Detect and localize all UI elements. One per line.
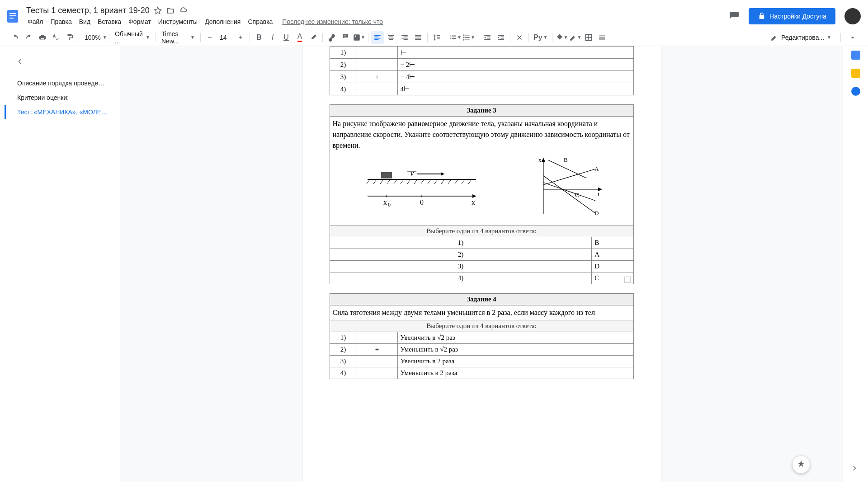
font-size-decrease[interactable]: − [203,31,216,44]
svg-line-18 [380,179,383,184]
move-icon[interactable] [166,6,175,15]
editing-mode-button[interactable]: Редактирова... ▼ [767,32,835,43]
table-prev-answers[interactable]: 1)⊢ 2)− 2⊢ 3)+− 4⊢ 4)4⊢ [330,46,634,95]
svg-text:0: 0 [388,202,391,208]
svg-rect-10 [381,172,392,178]
bold-button[interactable]: B [253,31,265,44]
svg-line-21 [401,179,404,184]
svg-marker-41 [542,158,545,162]
border-color-button[interactable]: ▼ [569,31,581,44]
svg-line-50 [543,183,595,201]
svg-marker-33 [472,194,476,198]
menu-addons[interactable]: Дополнения [202,16,244,27]
svg-line-27 [441,179,444,184]
align-justify-button[interactable] [412,31,425,44]
font-size-input[interactable]: 14 [217,31,233,44]
image-button[interactable]: ▼ [353,31,365,44]
font-select[interactable]: Times New...▼ [159,31,198,44]
link-button[interactable] [326,31,338,44]
svg-text:A: A [594,165,599,172]
svg-text:C: C [575,192,579,198]
align-left-button[interactable] [371,31,384,44]
svg-line-20 [394,179,397,184]
spellcheck-button[interactable] [50,31,62,44]
underline-button[interactable]: U [280,31,292,44]
style-select[interactable]: Обычный ...▼ [112,31,153,44]
svg-text:x: x [472,198,475,206]
comment-button[interactable] [339,31,352,44]
user-avatar[interactable] [844,8,861,24]
menubar: Файл Правка Вид Вставка Формат Инструмен… [23,16,725,27]
redo-button[interactable] [23,31,35,44]
align-center-button[interactable] [385,31,397,44]
comments-button[interactable] [725,7,743,25]
task3-diagram: v x0 [333,151,631,223]
last-change[interactable]: Последнее изменение: только что [282,16,383,27]
outline-item[interactable]: Описание порядка проведе… [5,76,113,90]
line-spacing-button[interactable] [430,31,443,44]
outline-item-active[interactable]: Тест: «МЕХАНИКА», «МОЛЕ… [5,105,113,119]
star-icon[interactable] [153,6,162,15]
share-button[interactable]: Настройки Доступа [749,8,835,24]
border-width-button[interactable] [596,31,609,44]
svg-line-46 [543,169,595,185]
font-size-increase[interactable]: + [234,31,247,44]
svg-line-16 [367,179,370,184]
svg-text:0: 0 [420,198,424,206]
print-button[interactable] [36,31,49,44]
clear-format-button[interactable] [513,31,526,44]
task4-header: Задание 4 [330,294,633,305]
svg-line-24 [421,179,424,184]
menu-edit[interactable]: Правка [47,16,75,27]
menu-view[interactable]: Вид [76,16,94,27]
svg-line-25 [428,179,431,184]
right-sidebar [843,46,868,482]
input-tools-button[interactable]: Ру▼ [532,31,549,44]
page[interactable]: 1)⊢ 2)− 2⊢ 3)+− 4⊢ 4)4⊢ Задание 3 На рис… [302,46,661,482]
numbered-list-button[interactable]: ▼ [449,31,462,44]
menu-insert[interactable]: Вставка [94,16,124,27]
highlight-button[interactable] [307,31,320,44]
indent-increase-button[interactable] [495,31,507,44]
document-title[interactable]: Тесты 1 семестр, 1 вриант 19-20 [26,6,150,15]
svg-line-17 [373,179,377,184]
menu-file[interactable]: Файл [24,16,46,27]
svg-rect-3 [9,18,14,19]
svg-line-30 [462,179,465,184]
table-handle-icon[interactable] [624,277,631,283]
menu-format[interactable]: Формат [125,16,154,27]
table-task4[interactable]: Задание 4 Сила тяготения между двумя тел… [330,293,634,379]
undo-button[interactable] [9,31,22,44]
outline-close-button[interactable] [14,55,26,68]
tasks-icon[interactable] [851,87,860,96]
menu-tools[interactable]: Инструменты [155,16,201,27]
docs-logo[interactable] [4,5,22,27]
bulleted-list-button[interactable]: ▼ [462,31,475,44]
menu-help[interactable]: Справка [245,16,276,27]
paint-format-button[interactable] [63,31,76,44]
task3-body: На рисунке изображено равномерное движен… [333,118,631,151]
italic-button[interactable]: I [266,31,279,44]
svg-rect-1 [9,13,16,14]
text-color-button[interactable]: A [293,31,306,44]
outline-item[interactable]: Критерии оценки: [5,90,113,105]
indent-decrease-button[interactable] [481,31,494,44]
cloud-icon[interactable] [179,6,188,15]
collapse-toolbar-button[interactable] [846,31,859,44]
svg-line-26 [434,179,438,184]
explore-button[interactable] [792,455,810,474]
svg-line-23 [414,179,417,184]
keep-icon[interactable] [851,69,860,78]
task3-choose: Выберите один из 4 вариантов ответа: [330,225,633,237]
borders-button[interactable] [582,31,595,44]
svg-text:t: t [598,191,599,197]
table-task3[interactable]: Задание 3 На рисунке изображено равномер… [330,104,634,284]
task4-choose: Выберите один из 4 вариантов ответа: [330,320,633,332]
calendar-icon[interactable] [851,51,860,60]
svg-line-22 [407,179,410,184]
document-area[interactable]: 1)⊢ 2)− 2⊢ 3)+− 4⊢ 4)4⊢ Задание 3 На рис… [120,46,843,482]
zoom-select[interactable]: 100%▼ [82,31,106,44]
hide-sidepanel-button[interactable] [849,463,860,474]
align-right-button[interactable] [398,31,411,44]
fill-color-button[interactable]: ▼ [555,31,568,44]
